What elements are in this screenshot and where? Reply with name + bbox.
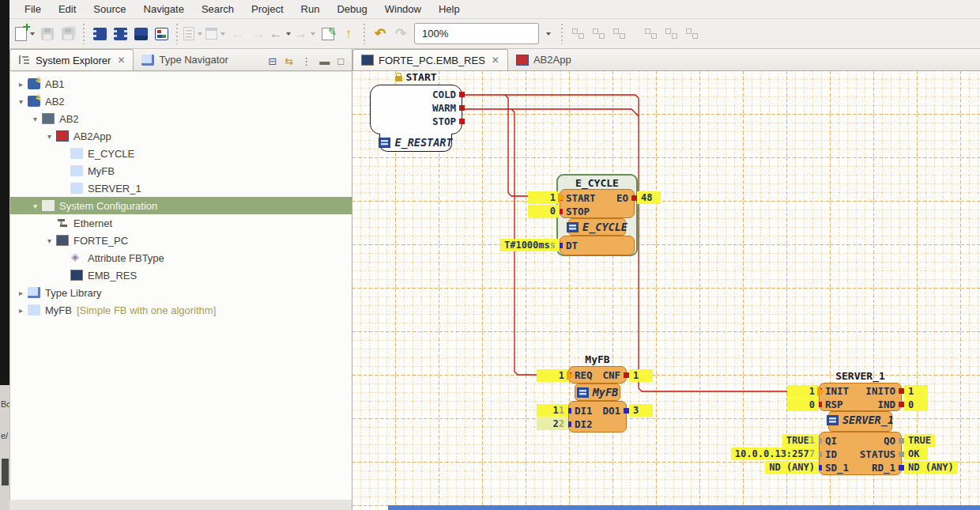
save-all-button[interactable] — [58, 23, 77, 45]
fb-start-body[interactable]: COLD WARM STOP — [370, 85, 462, 134]
data-pin[interactable] — [899, 465, 904, 470]
watch-value[interactable]: T#1000mss — [500, 239, 560, 251]
view-menu-icon[interactable]: ⋮ — [301, 56, 311, 66]
watch-value[interactable]: 10.0.0.13:2577 — [731, 448, 819, 460]
align-bottom-button[interactable] — [682, 23, 701, 45]
tree-item-ab2[interactable]: ▾AB2 — [10, 93, 352, 110]
event-pin[interactable] — [459, 105, 465, 111]
menu-file[interactable]: File — [16, 0, 50, 19]
tree-item-myfb[interactable]: MyFB — [10, 162, 352, 179]
tree-item-e-cycle[interactable]: E_CYCLE — [10, 145, 352, 162]
back-button[interactable]: ← — [270, 23, 292, 45]
chevron-down-icon[interactable] — [30, 32, 35, 38]
tree-item-system-configuration[interactable]: ▾System Configuration — [10, 197, 352, 214]
watch-value[interactable]: ND (ANY) — [904, 461, 958, 474]
expander-icon[interactable]: ▾ — [43, 132, 55, 141]
event-pin[interactable] — [624, 372, 629, 378]
watch-value[interactable]: TRUE — [904, 434, 935, 447]
data-pin[interactable] — [624, 408, 629, 414]
menu-project[interactable]: Project — [243, 0, 292, 19]
fb-server-1-events[interactable]: INIT INITO 1 1 RSP IND 0 0 — [819, 383, 902, 411]
expander-icon[interactable]: ▾ — [15, 97, 27, 106]
chevron-down-icon[interactable] — [220, 32, 225, 38]
fb-myfb-events[interactable]: REQ CNF 1 1 — [568, 366, 627, 383]
event-pin[interactable] — [899, 402, 904, 407]
tree-item-type-library[interactable]: ▸Type Library — [10, 284, 352, 301]
menu-debug[interactable]: Debug — [328, 0, 375, 19]
undo-button[interactable]: ↶ — [371, 23, 390, 45]
tab-system-explorer[interactable]: System Explorer ✕ — [9, 49, 134, 70]
new-type-button[interactable] — [131, 23, 150, 45]
watch-value[interactable]: ND (ANY) — [765, 461, 819, 474]
expander-icon[interactable]: ▾ — [43, 236, 55, 245]
debug-fb-button[interactable] — [205, 23, 227, 45]
tree-item-attribute-fbtype[interactable]: Attribute FBType — [10, 249, 352, 266]
watch-value[interactable]: 0 — [787, 399, 819, 411]
close-icon[interactable]: ✕ — [117, 55, 125, 66]
watch-value[interactable]: 3 — [629, 404, 653, 417]
chevron-down-icon[interactable] — [311, 32, 315, 38]
fb-e-cycle-data[interactable]: DT T#1000mss — [560, 236, 635, 255]
previous-annotation-button[interactable]: ← — [228, 23, 247, 45]
new-wizard-button[interactable] — [15, 23, 36, 45]
align-middle-button[interactable] — [662, 23, 680, 45]
menu-search[interactable]: Search — [193, 0, 243, 19]
diagram-canvas[interactable]: START COLD WARM STOP E_RESTART E_CYCLE — [352, 71, 980, 510]
watch-value[interactable]: 1 — [629, 369, 653, 382]
tree-item-emb-res[interactable]: EMB_RES — [10, 266, 352, 284]
event-pin[interactable] — [459, 119, 465, 124]
event-pin[interactable] — [631, 195, 637, 201]
fb-e-cycle[interactable]: E_CYCLE START EO 1 48 STOP — [556, 174, 638, 256]
fb-myfb-type-section[interactable]: MyFB — [575, 383, 620, 401]
watch-value[interactable]: 1 — [904, 385, 928, 398]
menu-run[interactable]: Run — [292, 0, 329, 19]
tab-type-navigator[interactable]: Type Navigator — [134, 49, 236, 70]
watch-value[interactable]: 0 — [528, 205, 560, 217]
watch-value[interactable]: 22 — [537, 417, 568, 430]
zoom-dropdown-button[interactable] — [539, 23, 556, 44]
last-edit-location-button[interactable] — [318, 23, 337, 45]
watch-value[interactable]: 1 — [537, 369, 568, 382]
watch-value[interactable]: TRUE1 — [782, 434, 819, 447]
event-pin[interactable] — [459, 92, 465, 97]
next-annotation-button[interactable]: → — [249, 23, 268, 45]
redo-button[interactable]: ↷ — [391, 23, 410, 45]
menu-navigate[interactable]: Navigate — [135, 0, 193, 19]
watch-value[interactable]: 11 — [537, 404, 568, 417]
tree-item-myfb[interactable]: ▸MyFB[Simple FB with one algorithm] — [10, 301, 352, 319]
tree-item-ab2app[interactable]: ▾AB2App — [10, 127, 352, 145]
new-subapplication-button[interactable] — [152, 23, 171, 45]
forward-button[interactable]: → — [294, 23, 317, 45]
menu-edit[interactable]: Edit — [50, 0, 85, 19]
expander-icon[interactable]: ▾ — [29, 115, 41, 123]
watch-value[interactable]: 1 — [528, 191, 560, 204]
fb-e-cycle-type-section[interactable]: E_CYCLE — [568, 218, 626, 236]
expander-icon[interactable]: ▾ — [29, 202, 41, 210]
tree-item-ab2[interactable]: ▾AB2 — [10, 110, 352, 127]
menu-help[interactable]: Help — [430, 0, 469, 19]
fb-e-cycle-events[interactable]: START EO 1 48 STOP 0 — [560, 189, 635, 218]
tab-ab2app[interactable]: AB2App — [508, 49, 579, 70]
maximize-icon[interactable]: □ — [337, 56, 344, 66]
new-system-button[interactable] — [90, 23, 109, 45]
fb-myfb-data[interactable]: DI1 DO1 11 3 DI2 22 — [568, 401, 627, 433]
fb-server-1-type-section[interactable]: SERVER_1 — [828, 411, 892, 432]
tree-item-ab1[interactable]: ▸AB1 — [10, 75, 352, 93]
menu-source[interactable]: Source — [85, 0, 134, 19]
fb-server-1-data[interactable]: QI QO TRUE1 TRUE ID STATUS 10.0.0.13:257… — [819, 432, 902, 475]
watch-value[interactable]: OK — [904, 448, 928, 460]
expander-icon[interactable]: ▸ — [15, 289, 27, 297]
fb-start-type-section[interactable]: E_RESTART — [379, 134, 452, 152]
watch-value[interactable]: 0 — [904, 399, 928, 411]
expander-icon[interactable]: ▸ — [15, 306, 27, 315]
align-right-button[interactable] — [609, 23, 628, 45]
close-icon[interactable]: ✕ — [492, 55, 499, 66]
align-left-button[interactable] — [568, 23, 587, 45]
tab-forte-pc-emb-res[interactable]: FORTE_PC.EMB_RES ✕ — [352, 49, 508, 70]
data-pin[interactable] — [899, 451, 904, 457]
link-with-editor-icon[interactable]: ⇆ — [285, 56, 293, 66]
tree-item-forte-pc[interactable]: ▾FORTE_PC — [10, 232, 352, 249]
chevron-down-icon[interactable] — [198, 32, 202, 38]
deploy-button[interactable] — [183, 23, 204, 45]
tree-item-ethernet[interactable]: Ethernet — [10, 214, 352, 232]
